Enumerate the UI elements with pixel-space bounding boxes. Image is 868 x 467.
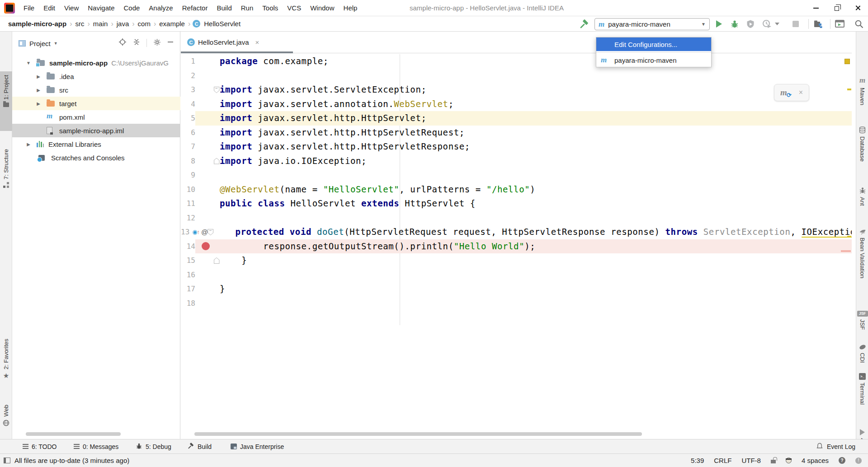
locate-file-icon[interactable]	[118, 38, 127, 48]
menu-navigate[interactable]: Navigate	[83, 0, 119, 16]
project-panel-title[interactable]: Project	[29, 40, 51, 47]
stripe-terminal-button[interactable]: >_ Terminal	[856, 373, 868, 405]
tree-row-project-root[interactable]: ▼ sample-micro-appC:\Users\jGauravG	[12, 56, 180, 70]
editor-horizontal-scrollbar[interactable]	[194, 432, 642, 436]
popup-item-edit-configurations[interactable]: Edit Configurations...	[596, 37, 711, 51]
chevron-down-icon[interactable]: ▼	[54, 41, 58, 46]
warning-stripe-mark[interactable]	[847, 236, 851, 238]
maven-reload-widget: m⟳ ×	[774, 84, 809, 101]
event-log-button[interactable]: Event Log	[816, 439, 855, 453]
toolwindow-messages-button[interactable]: 0: Messages	[74, 439, 118, 453]
tree-row-scratches[interactable]: Scratches and Consoles	[12, 151, 180, 164]
project-horizontal-scrollbar[interactable]	[26, 432, 121, 436]
toolwindow-build-button[interactable]: Build	[187, 439, 212, 453]
debug-button[interactable]	[729, 19, 740, 29]
fold-marker-icon[interactable]	[214, 158, 220, 164]
build-hammer-icon[interactable]	[579, 19, 590, 29]
tree-expand-arrow[interactable]: ▼	[26, 61, 31, 65]
tab-helloservlet-java[interactable]: C HelloServlet.java ×	[183, 33, 265, 51]
tree-row-src[interactable]: ▶ src	[12, 83, 180, 97]
stripe-database-button[interactable]: Database	[856, 126, 868, 162]
ide-settings-icon[interactable]: ?	[839, 457, 845, 464]
menu-view[interactable]: View	[60, 0, 83, 16]
background-tasks-icon[interactable]: !	[855, 458, 862, 464]
stripe-structure-button[interactable]: 7: Structure	[0, 149, 12, 191]
menu-window[interactable]: Window	[306, 0, 339, 16]
fold-marker-icon[interactable]: −	[208, 229, 213, 235]
code-line: 4 import javax.servlet.annotation.WebSer…	[181, 97, 852, 112]
menu-run[interactable]: Run	[236, 0, 258, 16]
breakpoint-icon[interactable]	[202, 242, 210, 250]
stripe-web-button[interactable]: Web	[0, 405, 12, 429]
menu-help[interactable]: Help	[339, 0, 362, 16]
breadcrumb-main[interactable]: main	[92, 20, 109, 28]
stripe-cdi-button[interactable]: CDI	[856, 345, 868, 363]
stripe-ant-button[interactable]: Ant	[856, 187, 868, 206]
menu-refactor[interactable]: Refactor	[178, 0, 212, 16]
breadcrumb-src[interactable]: src	[75, 20, 85, 28]
menu-code[interactable]: Code	[119, 0, 144, 16]
project-structure-icon[interactable]	[813, 19, 824, 29]
editor-area[interactable]: C HelloServlet.java × 1 package com.exam…	[181, 32, 852, 439]
encoding-widget[interactable]: UTF-8	[741, 457, 761, 464]
restore-button[interactable]	[826, 0, 847, 16]
stripe-jsf-button[interactable]: JSF JSF	[856, 311, 868, 330]
collapse-all-icon[interactable]	[133, 38, 140, 47]
run-window-icon[interactable]	[835, 19, 845, 29]
tree-row-idea[interactable]: ▶ .idea	[12, 70, 180, 83]
stripe-bean-validation-button[interactable]: Bean Validation	[856, 229, 868, 278]
maven-reload-icon[interactable]: m⟳	[780, 88, 787, 98]
toolwindow-todo-button[interactable]: 6: TODO	[23, 439, 57, 453]
stripe-favorites-button[interactable]: 2: Favorites ★	[0, 339, 12, 382]
tree-row-external-libraries[interactable]: ▶ External Libraries	[12, 137, 180, 151]
menu-vcs[interactable]: VCS	[283, 0, 306, 16]
menu-analyze[interactable]: Analyze	[144, 0, 177, 16]
breadcrumb-com[interactable]: com	[137, 20, 151, 28]
minimize-button[interactable]	[806, 0, 826, 16]
search-everywhere-icon[interactable]	[854, 19, 864, 29]
menu-file[interactable]: File	[19, 0, 39, 16]
profiler-button[interactable]	[761, 19, 772, 29]
tree-row-iml[interactable]: sample-micro-app.iml	[12, 124, 180, 137]
run-button[interactable]	[713, 19, 724, 29]
menu-edit[interactable]: Edit	[39, 0, 60, 16]
tree-collapse-arrow[interactable]: ▶	[36, 74, 41, 79]
popup-item-payara-micro-maven[interactable]: m payara-micro-maven	[596, 53, 711, 67]
stripe-project-button[interactable]: 1: Project	[0, 75, 12, 110]
tree-collapse-arrow[interactable]: ▶	[36, 88, 41, 93]
messages-icon	[74, 444, 80, 449]
menu-build[interactable]: Build	[212, 0, 236, 16]
inspections-status-indicator[interactable]	[844, 59, 850, 64]
tree-collapse-arrow[interactable]: ▶	[26, 142, 31, 147]
breadcrumb-example[interactable]: example	[158, 20, 186, 28]
toolwindow-toggle-icon[interactable]	[4, 458, 10, 463]
breadcrumb-project[interactable]: sample-micro-app	[7, 20, 67, 28]
tree-row-target[interactable]: ▶ target	[12, 97, 180, 110]
caret-position-widget[interactable]: 5:39	[691, 457, 704, 464]
coverage-button[interactable]	[745, 19, 756, 29]
tree-label: sample-micro-appC:\Users\jGauravG	[49, 59, 169, 67]
readonly-lock-icon[interactable]	[771, 460, 776, 463]
close-button[interactable]	[847, 0, 868, 16]
toolwindow-java-enterprise-button[interactable]: Java Enterprise	[231, 439, 284, 453]
hide-panel-icon[interactable]	[167, 39, 174, 47]
indent-widget[interactable]: 4 spaces	[802, 457, 829, 464]
toolwindow-debug-button[interactable]: 5: Debug	[136, 439, 171, 453]
stripe-maven-button[interactable]: m Maven	[856, 76, 868, 105]
tab-close-icon[interactable]: ×	[255, 38, 259, 46]
line-separator-widget[interactable]: CRLF	[714, 457, 731, 464]
stripe-label: Terminal	[859, 383, 866, 405]
breadcrumb-java[interactable]: java	[116, 20, 130, 28]
profiler-dropdown-arrow[interactable]	[774, 19, 780, 29]
gear-icon[interactable]	[153, 38, 161, 48]
run-config-combo[interactable]: m payara-micro-maven ▼	[594, 18, 710, 30]
breadcrumb-helloservlet[interactable]: HelloServlet	[203, 20, 241, 28]
tree-row-pom[interactable]: m pom.xml	[12, 110, 180, 124]
tree-collapse-arrow[interactable]: ▶	[36, 101, 41, 106]
fold-marker-icon[interactable]	[214, 257, 220, 264]
warning-stripe-mark[interactable]	[847, 89, 851, 90]
fold-marker-icon[interactable]: −	[214, 87, 220, 93]
menu-tools[interactable]: Tools	[258, 0, 283, 16]
close-icon[interactable]: ×	[799, 89, 803, 97]
highlighting-level-icon[interactable]	[786, 458, 792, 463]
